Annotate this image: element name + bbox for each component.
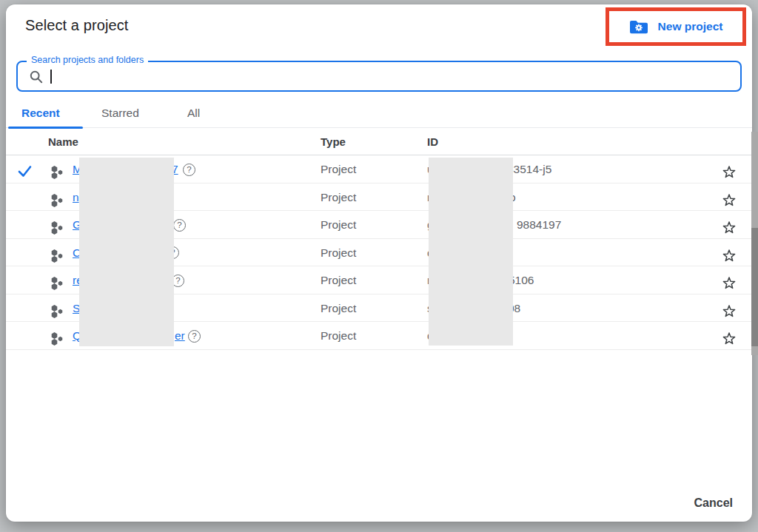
project-name-link[interactable]: n: [73, 183, 79, 212]
project-type: Project: [321, 211, 356, 239]
tab-recent[interactable]: Recent: [21, 99, 60, 127]
dialog-title: Select a project: [25, 17, 128, 34]
search-field[interactable]: [16, 61, 742, 92]
project-id-suffix: 33514-j5: [507, 155, 551, 183]
help-icon: ?: [173, 219, 186, 232]
search-field-label: Search projects and folders: [27, 55, 148, 65]
background-scrollbar[interactable]: [751, 132, 758, 355]
project-icon: [50, 329, 64, 357]
tab-starred[interactable]: Starred: [101, 99, 139, 127]
table-header: Name Type ID: [6, 128, 752, 155]
new-project-folder-icon: [629, 19, 648, 35]
project-type: Project: [321, 266, 356, 294]
annotation-highlight: New project: [606, 7, 746, 46]
project-type: Project: [321, 155, 356, 183]
search-input[interactable]: [58, 65, 724, 88]
tab-all[interactable]: All: [187, 99, 200, 127]
cancel-button[interactable]: Cancel: [690, 491, 737, 516]
redaction-overlay-name: [79, 158, 174, 346]
tab-bar: Recent Starred All: [6, 99, 752, 128]
project-type: Project: [321, 239, 356, 267]
project-type: Project: [321, 322, 356, 350]
help-icon: ?: [188, 330, 201, 343]
help-icon: ?: [183, 164, 195, 176]
project-type: Project: [321, 294, 356, 323]
project-type: Project: [321, 183, 356, 212]
project-name-suffix[interactable]: er: [175, 322, 185, 350]
new-project-button[interactable]: New project: [625, 18, 728, 36]
select-project-dialog: Select a project: [6, 4, 752, 522]
search-icon: [29, 70, 44, 87]
redaction-overlay-id: [429, 158, 513, 346]
column-header-id: ID: [427, 128, 438, 155]
project-id-suffix: 9884197: [517, 211, 561, 239]
text-caret: [50, 70, 52, 84]
new-project-label: New project: [658, 20, 723, 33]
column-header-type: Type: [321, 128, 346, 155]
scrollbar-thumb[interactable]: [751, 228, 758, 346]
star-icon[interactable]: [722, 329, 737, 357]
column-header-name: Name: [48, 128, 78, 155]
